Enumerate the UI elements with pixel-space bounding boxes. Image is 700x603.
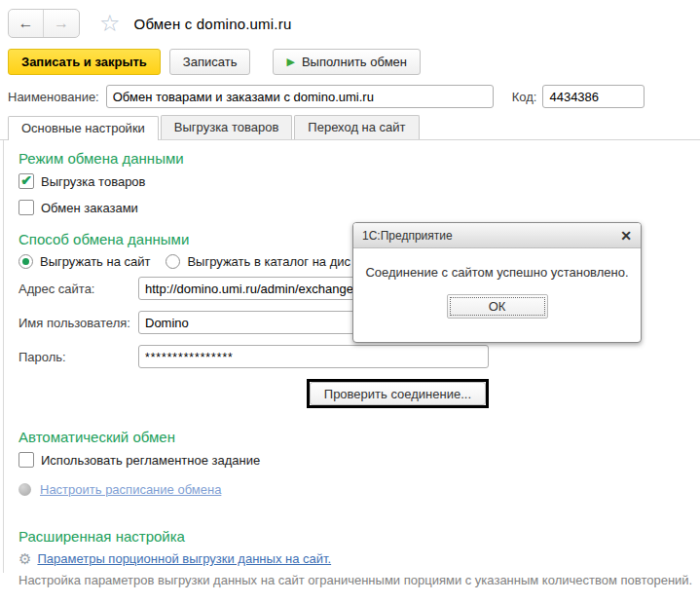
dialog-message: Соединение с сайтом успешно установлено.: [361, 265, 633, 280]
checkbox-products-upload-label: Выгрузка товаров: [41, 174, 146, 189]
nav-group: ← →: [8, 9, 80, 38]
ok-button[interactable]: ОК: [447, 294, 548, 319]
checkbox-scheduled-job[interactable]: [18, 452, 34, 468]
save-button[interactable]: Записать: [169, 49, 251, 75]
portion-params-row: ⚙ Параметры порционной выгрузки данных н…: [18, 551, 700, 566]
radio-upload-to-site[interactable]: Выгружать на сайт: [18, 254, 150, 269]
site-address-label: Адрес сайта:: [18, 282, 138, 296]
main-settings-panel: Режим обмена данными ✔ Выгрузка товаров …: [3, 140, 700, 573]
radio-button-unselected[interactable]: [166, 254, 180, 269]
tab-main-settings[interactable]: Основные настройки: [8, 116, 159, 140]
execute-exchange-label: Выполнить обмен: [302, 55, 407, 69]
checkbox-row-scheduled-job[interactable]: Использовать регламентное задание: [18, 452, 700, 468]
tab-products-upload[interactable]: Выгрузка товаров: [161, 115, 293, 139]
name-input[interactable]: [106, 85, 494, 108]
back-icon: ←: [18, 15, 34, 32]
dialog-body: Соединение с сайтом успешно установлено.…: [353, 248, 641, 319]
checkbox-orders-exchange-label: Обмен заказами: [41, 201, 138, 215]
check-connection-row: Проверить соединение...: [18, 379, 489, 408]
checkbox-scheduled-job-label: Использовать регламентное задание: [41, 453, 260, 468]
header: ← → ☆ Обмен с domino.umi.ru: [0, 0, 700, 43]
radio-upload-to-catalog-label: Выгружать в каталог на дис: [187, 254, 350, 269]
section-exchange-mode-title: Режим обмена данными: [18, 150, 700, 167]
forward-icon: →: [54, 15, 69, 32]
execute-exchange-button[interactable]: ▶ Выполнить обмен: [273, 49, 421, 75]
dialog-title: 1С:Предприятие: [362, 229, 620, 243]
password-row: Пароль:: [18, 345, 700, 368]
code-input[interactable]: [542, 85, 645, 108]
save-close-button[interactable]: Записать и закрыть: [8, 49, 161, 75]
radio-upload-to-site-label: Выгружать на сайт: [40, 254, 150, 269]
dialog-titlebar[interactable]: 1С:Предприятие ✕: [353, 223, 641, 248]
configure-schedule-link[interactable]: Настроить расписание обмена: [40, 482, 221, 497]
section-advanced-title: Расширенная настройка: [18, 528, 700, 545]
password-label: Пароль:: [18, 350, 138, 364]
tab-bar: Основные настройки Выгрузка товаров Пере…: [0, 116, 700, 140]
check-connection-button[interactable]: Проверить соединение...: [310, 382, 486, 405]
radio-dot: [22, 258, 29, 265]
checkbox-orders-exchange[interactable]: [18, 200, 34, 215]
name-row: Наименование: Код:: [0, 83, 700, 116]
checkbox-row-products-upload[interactable]: ✔ Выгрузка товаров: [18, 173, 700, 189]
password-input[interactable]: [138, 345, 489, 368]
favorite-star-icon[interactable]: ☆: [99, 12, 121, 35]
section-auto-exchange-title: Автоматический обмен: [18, 429, 700, 445]
message-dialog: 1С:Предприятие ✕ Соединение с сайтом усп…: [352, 222, 642, 343]
ok-button-label: ОК: [489, 299, 506, 314]
username-label: Имя пользователя:: [18, 316, 138, 330]
radio-upload-to-catalog[interactable]: Выгружать в каталог на дис: [166, 254, 350, 269]
checkbox-products-upload[interactable]: ✔: [18, 173, 34, 189]
page-title: Обмен с domino.umi.ru: [134, 16, 292, 32]
command-bar: Записать и закрыть Записать ▶ Выполнить …: [0, 43, 700, 83]
close-icon[interactable]: ✕: [620, 229, 632, 243]
schedule-link-row: Настроить расписание обмена: [18, 482, 700, 497]
back-button[interactable]: ←: [9, 10, 44, 37]
portion-upload-params-link[interactable]: Параметры порционной выгрузки данных на …: [37, 551, 331, 566]
schedule-icon: [18, 483, 31, 496]
checkmark-icon: ✔: [20, 173, 32, 187]
checkbox-row-orders-exchange[interactable]: Обмен заказами: [18, 200, 700, 215]
highlight-frame: Проверить соединение...: [307, 379, 489, 408]
forward-button[interactable]: →: [44, 10, 79, 37]
play-icon: ▶: [286, 56, 294, 68]
portion-params-description: Настройка параметров выгрузки данных на …: [18, 573, 700, 587]
tab-goto-site[interactable]: Переход на сайт: [294, 115, 419, 139]
name-label: Наименование:: [8, 90, 99, 104]
radio-button-selected[interactable]: [18, 254, 33, 269]
portion-settings-icon: ⚙: [18, 551, 31, 566]
code-label: Код:: [512, 90, 537, 104]
